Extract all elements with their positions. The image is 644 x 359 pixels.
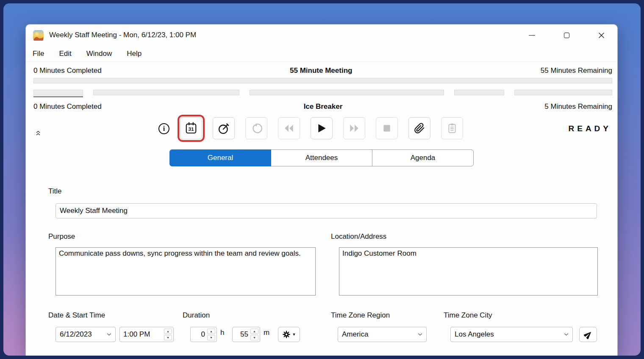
- fast-forward-button[interactable]: [343, 117, 365, 139]
- caret-up-icon: ▲: [167, 330, 169, 333]
- close-button[interactable]: [592, 28, 611, 42]
- info-button[interactable]: i: [158, 123, 169, 134]
- desktop-background: Weekly Staff Meeting - Mon, 6/12/23, 1:0…: [3, 3, 641, 356]
- tz-region-label: Time Zone Region: [331, 311, 390, 320]
- progress-segment: [514, 90, 612, 95]
- svg-text:31: 31: [188, 126, 194, 132]
- meeting-title-label: 55 Minute Meeting: [102, 66, 541, 75]
- menu-file[interactable]: File: [31, 49, 46, 59]
- stop-icon: [382, 124, 391, 133]
- hours-spin-buttons: ▲ ▼: [206, 327, 217, 342]
- menu-window[interactable]: Window: [85, 49, 114, 59]
- rewind-icon: [283, 124, 295, 133]
- minimize-button[interactable]: [522, 28, 541, 42]
- section-progress-labels: 0 Minutes Completed Ice Breaker 5 Minute…: [33, 102, 612, 111]
- double-chevron-up-icon: [35, 130, 41, 136]
- overall-remaining-label: 55 Minutes Remaining: [541, 66, 612, 75]
- duration-hours-input[interactable]: [191, 327, 206, 342]
- minutes-up-button[interactable]: ▲: [250, 329, 258, 334]
- tz-region-value: America: [342, 330, 418, 339]
- section-completed-label: 0 Minutes Completed: [33, 102, 102, 111]
- caret-up-icon: ▲: [210, 330, 213, 333]
- duration-minutes-spinner[interactable]: ▲ ▼: [232, 327, 260, 342]
- close-icon: [598, 32, 605, 39]
- tab-general[interactable]: General: [169, 149, 271, 166]
- progress-segment: [250, 90, 444, 95]
- tab-attendees[interactable]: Attendees: [271, 149, 372, 166]
- chevron-down-icon: [564, 333, 569, 336]
- tz-city-label: Time Zone City: [444, 311, 492, 320]
- info-icon: i: [163, 125, 165, 133]
- maximize-button[interactable]: [557, 28, 576, 42]
- datetime-label: Date & Start Time: [48, 311, 105, 320]
- tz-region-select[interactable]: America: [338, 327, 427, 342]
- paperclip-icon: [414, 123, 425, 134]
- tz-city-select[interactable]: Los Angeles: [450, 327, 573, 342]
- hours-unit-label: h: [220, 329, 224, 337]
- duration-hours-spinner[interactable]: ▲ ▼: [190, 327, 217, 342]
- menubar: File Edit Window Help: [26, 46, 617, 62]
- collapse-toggle[interactable]: [35, 130, 41, 136]
- stop-button[interactable]: [376, 117, 398, 139]
- title-input[interactable]: [56, 203, 597, 218]
- toolbar: i 31: [26, 117, 617, 141]
- locate-timezone-button[interactable]: [579, 327, 597, 342]
- calendar-icon: 31: [185, 122, 197, 135]
- section-remaining-label: 5 Minutes Remaining: [544, 102, 612, 111]
- tab-agenda[interactable]: Agenda: [372, 149, 474, 166]
- caret-down-icon: ▼: [167, 336, 169, 339]
- progress-area: 0 Minutes Completed 55 Minute Meeting 55…: [26, 62, 617, 111]
- progress-segment: [93, 90, 240, 95]
- progress-segment: [454, 90, 504, 95]
- timer-button[interactable]: [213, 117, 235, 139]
- title-label: Title: [48, 187, 62, 196]
- caret-up-icon: ▲: [253, 330, 256, 333]
- tab-bar: General Attendees Agenda: [26, 149, 617, 166]
- overall-progress-labels: 0 Minutes Completed 55 Minute Meeting 55…: [33, 66, 612, 75]
- menu-help[interactable]: Help: [125, 49, 143, 59]
- minutes-down-button[interactable]: ▼: [250, 335, 258, 340]
- purpose-label: Purpose: [48, 232, 75, 241]
- minutes-spin-buttons: ▲ ▼: [250, 327, 260, 342]
- location-label: Location/Address: [331, 232, 386, 241]
- date-value: 6/12/2023: [60, 330, 107, 339]
- play-button[interactable]: [311, 117, 333, 139]
- app-icon: [33, 30, 44, 41]
- time-up-button[interactable]: ▲: [164, 329, 172, 334]
- rewind-button[interactable]: [278, 117, 300, 139]
- clipboard-icon: [447, 123, 458, 134]
- calendar-button[interactable]: 31: [180, 117, 202, 139]
- window-title: Weekly Staff Meeting - Mon, 6/12/23, 1:0…: [49, 31, 196, 39]
- duration-minutes-input[interactable]: [233, 327, 250, 342]
- notes-button[interactable]: [441, 117, 463, 139]
- minimize-icon: [529, 35, 535, 36]
- app-window: Weekly Staff Meeting - Mon, 6/12/23, 1:0…: [25, 24, 618, 356]
- duration-label: Duration: [183, 311, 210, 320]
- caret-down-icon: ▼: [253, 336, 256, 339]
- play-icon: [316, 123, 327, 133]
- maximize-icon: [564, 33, 569, 38]
- time-down-button[interactable]: ▼: [164, 335, 172, 340]
- reset-button[interactable]: [245, 117, 267, 139]
- gear-icon: [282, 330, 291, 339]
- menu-edit[interactable]: Edit: [57, 49, 73, 59]
- attachment-button[interactable]: [408, 117, 430, 139]
- caret-down-icon: ▼: [210, 336, 213, 339]
- purpose-textarea[interactable]: Communicate pass downs, sync progress wi…: [56, 247, 316, 295]
- fast-forward-icon: [348, 124, 360, 133]
- chevron-down-icon: [418, 333, 422, 336]
- overall-progress-bar: [33, 78, 612, 83]
- tz-city-value: Los Angeles: [455, 330, 564, 339]
- date-select[interactable]: 6/12/2023: [56, 327, 116, 342]
- caret-down-icon: ▼: [292, 332, 296, 337]
- chevron-down-icon: [107, 333, 111, 336]
- hours-down-button[interactable]: ▼: [207, 335, 215, 340]
- overall-completed-label: 0 Minutes Completed: [33, 66, 102, 75]
- duration-settings-button[interactable]: ▼: [278, 327, 300, 342]
- time-value: 1:00 PM: [120, 327, 163, 342]
- reset-icon: [251, 123, 262, 134]
- location-textarea[interactable]: Indigo Customer Room: [339, 247, 598, 295]
- minutes-unit-label: m: [264, 329, 269, 337]
- hours-up-button[interactable]: ▲: [207, 329, 215, 334]
- time-spinner[interactable]: 1:00 PM ▲ ▼: [119, 327, 174, 342]
